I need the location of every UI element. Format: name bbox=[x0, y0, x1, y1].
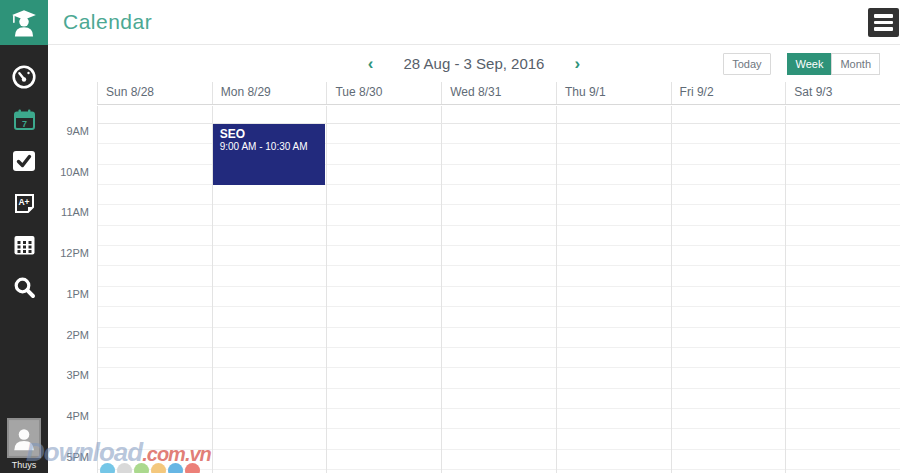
app-header: Calendar bbox=[48, 0, 900, 45]
sidebar-nav: 7 A+ bbox=[0, 56, 48, 308]
view-today-button[interactable]: Today bbox=[723, 53, 770, 75]
day-column[interactable] bbox=[671, 124, 786, 473]
sidebar-item-tasks[interactable] bbox=[0, 140, 48, 182]
sidebar-item-dashboard[interactable] bbox=[0, 56, 48, 98]
time-label: 12PM bbox=[60, 247, 89, 259]
all-day-cell[interactable] bbox=[97, 106, 212, 123]
calendar-week-7-icon: 7 bbox=[13, 108, 36, 131]
checkmark-icon bbox=[12, 150, 36, 172]
day-header: Fri 9/2 bbox=[671, 82, 786, 104]
all-day-row bbox=[97, 106, 900, 123]
hamburger-icon bbox=[874, 27, 893, 31]
day-header: Wed 8/31 bbox=[441, 82, 556, 104]
calendar-toolbar: ‹ 28 Aug - 3 Sep, 2016 › TodayWeekMonth bbox=[48, 45, 900, 82]
color-dot bbox=[185, 463, 200, 473]
search-icon bbox=[12, 275, 37, 300]
prev-week-chevron-icon[interactable]: ‹ bbox=[364, 55, 378, 72]
svg-text:7: 7 bbox=[21, 118, 26, 128]
time-label: 10AM bbox=[60, 166, 89, 178]
user-name: Thuys bbox=[7, 460, 41, 470]
all-day-cell[interactable] bbox=[556, 106, 671, 123]
time-label: 4PM bbox=[66, 410, 89, 422]
sidebar-item-calendar[interactable]: 7 bbox=[0, 98, 48, 140]
color-dot bbox=[100, 463, 115, 473]
day-column[interactable] bbox=[326, 124, 441, 473]
hamburger-menu-button[interactable] bbox=[868, 8, 899, 37]
day-header-row: Sun 8/28Mon 8/29Tue 8/30Wed 8/31Thu 9/1F… bbox=[97, 82, 900, 105]
day-column[interactable] bbox=[441, 124, 556, 473]
graduate-student-icon bbox=[5, 4, 43, 42]
gauge-icon bbox=[11, 64, 37, 90]
day-header: Thu 9/1 bbox=[556, 82, 671, 104]
all-day-cell[interactable] bbox=[212, 106, 327, 123]
view-week-button[interactable]: Week bbox=[787, 53, 832, 75]
event-time: 9:00 AM - 10:30 AM bbox=[220, 141, 319, 153]
calendar-app: 7 A+ bbox=[0, 0, 900, 473]
day-header: Sun 8/28 bbox=[97, 82, 212, 104]
all-day-cell[interactable] bbox=[785, 106, 900, 123]
view-month-button[interactable]: Month bbox=[831, 53, 880, 75]
time-label: 11AM bbox=[61, 206, 89, 218]
color-dot-row bbox=[100, 463, 200, 473]
day-column[interactable] bbox=[785, 124, 900, 473]
all-day-cell[interactable] bbox=[326, 106, 441, 123]
day-header: Sat 9/3 bbox=[785, 82, 900, 104]
day-header: Tue 8/30 bbox=[326, 82, 441, 104]
hamburger-icon bbox=[874, 14, 893, 18]
week-grid: SEO9:00 AM - 10:30 AM bbox=[97, 123, 900, 473]
color-dot bbox=[151, 463, 166, 473]
time-label: 1PM bbox=[66, 288, 89, 300]
color-dot bbox=[117, 463, 132, 473]
person-placeholder-icon bbox=[7, 418, 41, 458]
color-dot bbox=[134, 463, 149, 473]
sidebar-item-schedule[interactable] bbox=[0, 224, 48, 266]
event-title: SEO bbox=[220, 127, 319, 141]
app-logo bbox=[0, 0, 48, 45]
date-range-label: 28 Aug - 3 Sep, 2016 bbox=[404, 55, 545, 72]
all-day-cell[interactable] bbox=[441, 106, 556, 123]
time-label: 9AM bbox=[66, 125, 89, 137]
sidebar: 7 A+ bbox=[0, 0, 48, 473]
grid-calendar-icon bbox=[13, 234, 36, 256]
time-label: 3PM bbox=[66, 369, 89, 381]
time-label: 5PM bbox=[66, 451, 89, 463]
calendar-event[interactable]: SEO9:00 AM - 10:30 AM bbox=[213, 124, 326, 185]
hamburger-icon bbox=[874, 21, 893, 25]
next-week-chevron-icon[interactable]: › bbox=[570, 55, 584, 72]
grade-a-plus-icon: A+ bbox=[13, 192, 36, 215]
day-column[interactable] bbox=[97, 124, 212, 473]
all-day-cell[interactable] bbox=[671, 106, 786, 123]
sidebar-item-search[interactable] bbox=[0, 266, 48, 308]
user-profile[interactable]: Thuys bbox=[7, 418, 41, 470]
time-gutter: 9AM10AM11AM12PM1PM2PM3PM4PM5PM bbox=[48, 123, 97, 473]
sidebar-item-grades[interactable]: A+ bbox=[0, 182, 48, 224]
time-label: 2PM bbox=[66, 329, 89, 341]
view-switcher: TodayWeekMonth bbox=[723, 53, 880, 75]
day-column[interactable] bbox=[556, 124, 671, 473]
svg-text:A+: A+ bbox=[18, 196, 29, 206]
color-dot bbox=[168, 463, 183, 473]
day-header: Mon 8/29 bbox=[212, 82, 327, 104]
page-title: Calendar bbox=[63, 0, 152, 44]
